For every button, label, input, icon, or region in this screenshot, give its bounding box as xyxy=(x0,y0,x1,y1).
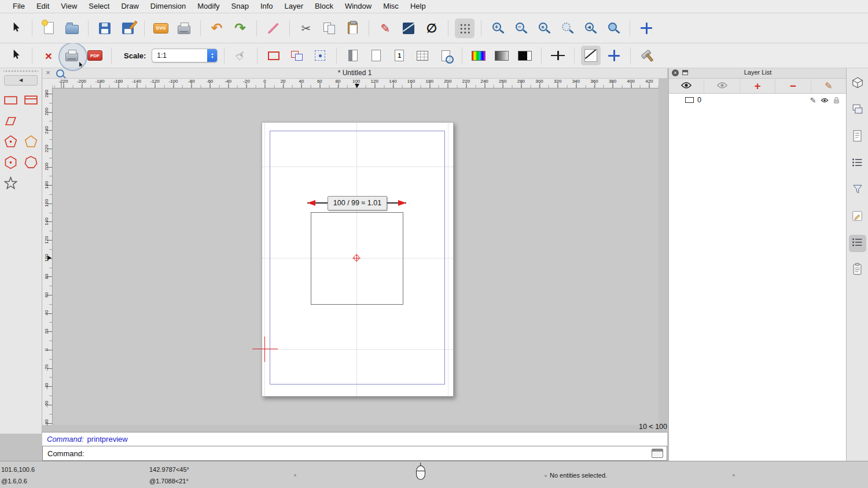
mouse-icon xyxy=(416,465,425,480)
remove-layer-button[interactable]: − xyxy=(775,79,811,93)
preferences-button[interactable] xyxy=(637,46,657,65)
menu-file[interactable]: File xyxy=(7,0,31,13)
no-fill-button[interactable]: ∅ xyxy=(422,19,442,38)
preview-pointer-button[interactable] xyxy=(6,46,25,65)
new-document-button[interactable] xyxy=(39,19,58,38)
crosshair-button[interactable] xyxy=(604,46,624,65)
export-pdf-button[interactable] xyxy=(85,46,105,65)
console-toggle-icon[interactable] xyxy=(652,449,663,458)
print-button-icon xyxy=(178,25,190,34)
dimension-label[interactable]: 100 / 99 ≈ 1.01 xyxy=(328,196,387,210)
undo-button[interactable]: ↶ xyxy=(207,19,227,38)
sheet-button[interactable] xyxy=(849,128,866,146)
menu-draw[interactable]: Draw xyxy=(115,0,144,13)
rectangle-band-tool[interactable] xyxy=(22,91,40,109)
zoom-out-button[interactable] xyxy=(511,19,531,38)
fit-page-button[interactable] xyxy=(343,46,363,65)
fit-width-button[interactable] xyxy=(548,46,568,65)
color-print-button[interactable] xyxy=(469,46,488,65)
pentagon-center-tool[interactable] xyxy=(2,133,20,151)
center-point-marker[interactable] xyxy=(354,255,359,261)
grayscale-print-button[interactable] xyxy=(492,46,512,65)
select-pointer-button[interactable] xyxy=(6,19,25,38)
menu-modify[interactable]: Modify xyxy=(192,0,225,13)
menu-window[interactable]: Window xyxy=(339,0,377,13)
menu-edit[interactable]: Edit xyxy=(31,0,55,13)
close-print-preview-button[interactable]: × xyxy=(39,46,58,65)
zoom-in-button[interactable] xyxy=(488,19,507,38)
blank-page-button-icon xyxy=(372,50,381,61)
menu-view[interactable]: View xyxy=(55,0,83,13)
zoom-in-button-icon xyxy=(492,23,501,31)
layer-row[interactable]: 0✎ xyxy=(669,94,847,106)
annotate-button[interactable] xyxy=(849,208,866,225)
layer-lock-icon[interactable] xyxy=(830,95,842,105)
select-stepper-icon[interactable]: ▴▾ xyxy=(207,49,217,62)
drawing-canvas[interactable]: 100 / 99 ≈ 1.01 xyxy=(52,88,659,425)
ruler-label: -60 xyxy=(43,399,50,409)
layer-visibility-icon[interactable] xyxy=(819,95,830,105)
menu-info[interactable]: Info xyxy=(255,0,279,13)
entity-attributes-button[interactable] xyxy=(399,19,418,38)
paste-button[interactable] xyxy=(343,19,362,38)
line-settings-button[interactable] xyxy=(581,46,601,65)
palette-collapse-button[interactable] xyxy=(4,75,38,86)
filter-button[interactable] xyxy=(849,182,866,199)
menu-select[interactable]: Select xyxy=(83,0,115,13)
zoom-redraw-button[interactable] xyxy=(557,19,577,38)
command-input[interactable]: Command: xyxy=(42,446,667,461)
zoom-window-button[interactable] xyxy=(604,19,623,38)
rectangle-tool[interactable] xyxy=(2,91,20,109)
add-layer-button[interactable]: + xyxy=(740,79,775,93)
zoom-previous-button[interactable] xyxy=(580,19,600,38)
blank-page-button[interactable] xyxy=(366,46,386,65)
export-svg-button[interactable] xyxy=(151,19,171,38)
edit-layer-button[interactable]: ✎ xyxy=(811,79,847,93)
menu-dimension[interactable]: Dimension xyxy=(145,0,192,13)
print-preview-button[interactable] xyxy=(62,46,82,65)
paper-borders-button[interactable] xyxy=(264,46,284,65)
menu-layer[interactable]: Layer xyxy=(279,0,310,13)
pan-hand-button[interactable]: ☞ xyxy=(231,46,251,65)
multi-pages-button[interactable] xyxy=(287,46,307,65)
clipboard-button[interactable] xyxy=(849,261,866,279)
heptagon-tool[interactable] xyxy=(22,154,40,172)
layer-edit-icon[interactable]: ✎ xyxy=(807,95,819,105)
block-list-button[interactable] xyxy=(849,102,866,119)
menu-misc[interactable]: Misc xyxy=(377,0,404,13)
pentagon-tool[interactable] xyxy=(22,133,40,151)
center-to-page-button[interactable] xyxy=(310,46,330,65)
toolbar-separator xyxy=(32,20,32,36)
zoom-pan-button[interactable] xyxy=(637,19,656,38)
save-as-button[interactable] xyxy=(118,19,138,38)
layer-list-button[interactable] xyxy=(849,235,866,252)
palette-drag-handle[interactable] xyxy=(3,69,38,73)
zoom-auto-button[interactable] xyxy=(534,19,554,38)
entity-list-button[interactable] xyxy=(849,155,866,172)
parallelogram-tool[interactable] xyxy=(2,112,20,130)
zoom-page-button[interactable] xyxy=(436,46,455,65)
menu-help[interactable]: Help xyxy=(404,0,432,13)
show-all-layers-button[interactable] xyxy=(669,79,704,93)
blackwhite-print-button[interactable] xyxy=(515,46,535,65)
menu-block[interactable]: Block xyxy=(309,0,339,13)
redo-button[interactable]: ↷ xyxy=(230,19,250,38)
page-grid-button[interactable] xyxy=(413,46,432,65)
cut-button[interactable]: ✂ xyxy=(296,19,316,38)
delete-button[interactable] xyxy=(263,19,283,38)
hexagon-center-tool[interactable] xyxy=(2,154,20,172)
save-button[interactable] xyxy=(95,19,115,38)
single-page-button[interactable] xyxy=(389,46,409,65)
copy-button[interactable] xyxy=(319,19,339,38)
open-file-button[interactable] xyxy=(62,19,82,38)
menu-snap[interactable]: Snap xyxy=(226,0,255,13)
ruler-label: 80 xyxy=(336,79,341,84)
snap-grid-button[interactable] xyxy=(455,19,475,38)
scale-select[interactable]: 1:1▴▾ xyxy=(152,49,218,62)
star-tool[interactable] xyxy=(2,175,20,193)
toolbar-separator xyxy=(336,47,337,64)
isometric-view-button[interactable] xyxy=(849,75,866,93)
print-button[interactable] xyxy=(174,19,194,38)
pen-attributes-button[interactable]: ✎ xyxy=(376,19,395,38)
hide-all-layers-button[interactable] xyxy=(704,79,740,93)
